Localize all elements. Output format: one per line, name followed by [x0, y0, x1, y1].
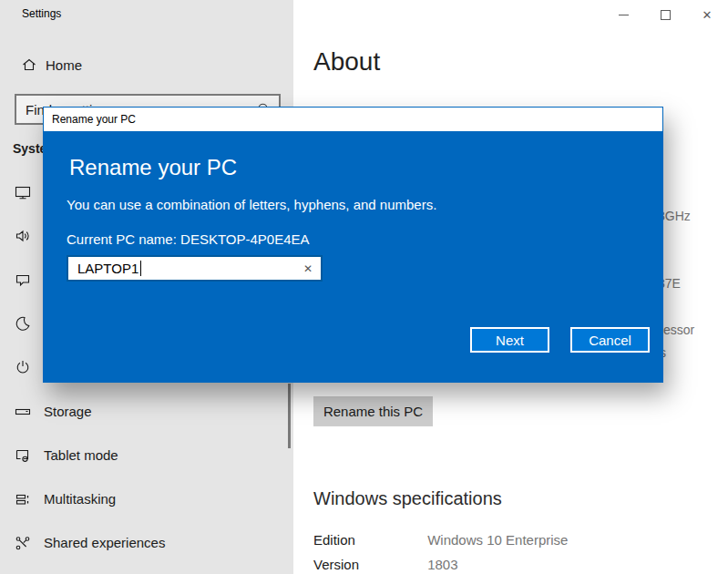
storage-label: Storage [44, 398, 92, 425]
dialog-description: You can use a combination of letters, hy… [67, 197, 436, 212]
page-title: About [313, 47, 380, 77]
next-button[interactable]: Next [470, 327, 549, 353]
focus-assist-icon [14, 314, 32, 333]
clear-input-button[interactable]: ✕ [295, 262, 321, 275]
storage-icon [14, 403, 32, 421]
pc-name-input[interactable]: LAPTOP1 ✕ [67, 255, 323, 282]
power-sleep-icon [14, 358, 32, 376]
minimize-icon [619, 15, 629, 15]
sidebar-item-sound[interactable] [14, 227, 32, 245]
tablet-mode-icon [14, 446, 32, 465]
text-caret [140, 261, 141, 276]
dialog-heading: Rename your PC [69, 155, 237, 180]
multitasking-icon [14, 490, 32, 508]
dialog-body: Rename your PC You can use a combination… [44, 131, 662, 382]
window-title: Settings [22, 7, 61, 20]
rename-this-pc-button[interactable]: Rename this PC [313, 396, 433, 426]
display-icon [14, 183, 32, 201]
maximize-icon [661, 10, 671, 20]
sound-icon [14, 227, 32, 245]
multitasking-label: Multitasking [44, 486, 116, 513]
current-pc-name-label: Current PC name: DESKTOP-4P0E4EA [67, 231, 310, 247]
spec-row-edition: Edition Windows 10 Enterprise [313, 532, 678, 548]
sidebar-item-focus-assist[interactable] [14, 314, 32, 333]
notifications-icon [14, 271, 32, 289]
sidebar-item-display[interactable] [14, 183, 32, 201]
settings-window: Home System [0, 0, 728, 574]
sidebar-item-home[interactable]: Home [0, 53, 293, 78]
sidebar-item-tablet-mode[interactable]: Tablet mode [0, 442, 293, 469]
sidebar-item-shared-experiences[interactable]: Shared experiences [0, 529, 293, 557]
spec-value: 1803 [427, 557, 457, 572]
spec-value: Windows 10 Enterprise [427, 532, 568, 548]
window-controls: ✕ [602, 0, 728, 29]
home-label: Home [46, 53, 82, 78]
close-button[interactable]: ✕ [686, 0, 728, 29]
close-icon: ✕ [702, 9, 713, 21]
spec-row-version: Version 1803 [313, 557, 678, 572]
tablet-mode-label: Tablet mode [44, 442, 118, 469]
dialog-titlebar-text: Rename your PC [52, 113, 136, 126]
maximize-button[interactable] [644, 0, 686, 29]
dialog-titlebar: Rename your PC [44, 108, 662, 131]
rename-pc-dialog: Rename your PC Rename your PC You can us… [43, 107, 663, 383]
sidebar-item-power-sleep[interactable] [14, 358, 32, 376]
windows-specifications-heading: Windows specifications [313, 488, 502, 509]
pc-name-input-value: LAPTOP1 [77, 261, 138, 276]
sidebar-scrollbar-thumb[interactable] [288, 384, 291, 448]
minimize-button[interactable] [602, 0, 644, 29]
clear-icon: ✕ [303, 262, 313, 275]
spec-label: Edition [313, 532, 424, 548]
sidebar-item-notifications[interactable] [14, 271, 32, 289]
cancel-button[interactable]: Cancel [570, 327, 650, 353]
sidebar-item-storage[interactable]: Storage [0, 398, 293, 425]
sidebar-item-multitasking[interactable]: Multitasking [0, 486, 293, 513]
shared-experiences-icon [14, 534, 32, 552]
shared-experiences-label: Shared experiences [44, 529, 165, 557]
home-icon [21, 56, 37, 73]
spec-label: Version [313, 557, 424, 572]
